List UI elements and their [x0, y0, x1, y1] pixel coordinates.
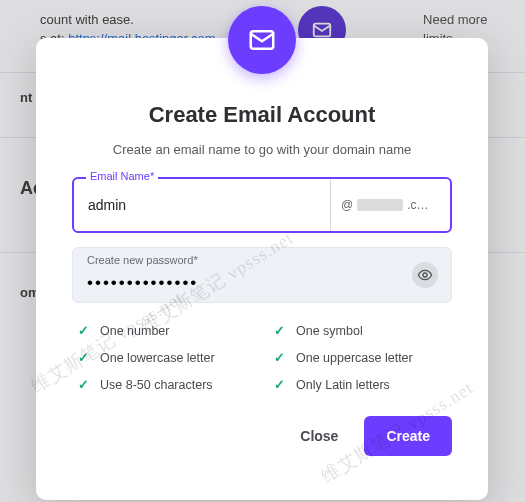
- modal-subtitle: Create an email name to go with your dom…: [72, 142, 452, 157]
- create-button[interactable]: Create: [364, 416, 452, 456]
- modal-title: Create Email Account: [72, 102, 452, 128]
- req-item: ✓One number: [76, 323, 256, 338]
- check-icon: ✓: [76, 350, 90, 365]
- modal-actions: Close Create: [72, 416, 452, 456]
- check-icon: ✓: [272, 350, 286, 365]
- email-name-input[interactable]: [74, 179, 330, 231]
- req-label: One lowercase letter: [100, 351, 215, 365]
- req-item: ✓One symbol: [272, 323, 452, 338]
- req-label: Use 8-50 characters: [100, 378, 213, 392]
- req-item: ✓One lowercase letter: [76, 350, 256, 365]
- req-label: One number: [100, 324, 169, 338]
- req-item: ✓Use 8-50 characters: [76, 377, 256, 392]
- req-item: ✓Only Latin letters: [272, 377, 452, 392]
- modal-header-icon: [228, 6, 296, 74]
- req-label: One uppercase letter: [296, 351, 413, 365]
- email-name-label: Email Name*: [86, 170, 158, 182]
- email-name-field[interactable]: Email Name* @ .c…: [72, 177, 452, 233]
- close-button[interactable]: Close: [282, 416, 356, 456]
- check-icon: ✓: [272, 323, 286, 338]
- eye-icon: [412, 262, 438, 288]
- check-icon: ✓: [76, 377, 90, 392]
- create-email-modal: Create Email Account Create an email nam…: [36, 38, 488, 500]
- password-label: Create new password*: [87, 254, 198, 266]
- req-label: Only Latin letters: [296, 378, 390, 392]
- password-field[interactable]: Create new password*: [72, 247, 452, 303]
- svg-point-2: [423, 273, 427, 277]
- domain-at: @: [341, 198, 353, 212]
- password-requirements: ✓One number ✓One symbol ✓One lowercase l…: [72, 323, 452, 392]
- check-icon: ✓: [272, 377, 286, 392]
- req-label: One symbol: [296, 324, 363, 338]
- domain-blurred: [357, 199, 403, 211]
- mail-icon: [247, 25, 277, 55]
- domain-suffix: .c…: [407, 198, 428, 212]
- req-item: ✓One uppercase letter: [272, 350, 452, 365]
- domain-display: @ .c…: [330, 179, 450, 231]
- check-icon: ✓: [76, 323, 90, 338]
- toggle-password-visibility-button[interactable]: [399, 248, 451, 302]
